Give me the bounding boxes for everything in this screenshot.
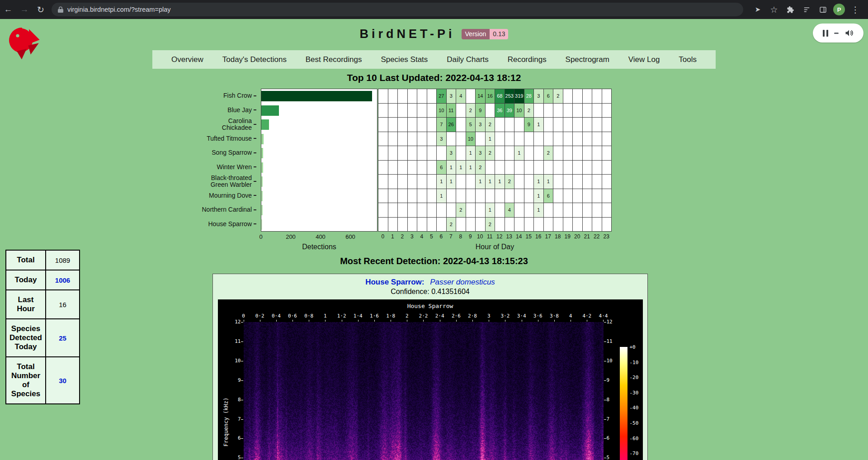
heatmap-cell (553, 175, 563, 189)
heatmap-cell (456, 189, 466, 204)
address-bar[interactable]: virginia.birdnetpi.com/?stream=play (52, 3, 743, 16)
stat-value[interactable]: 1006 (46, 270, 80, 290)
heatmap-cell (505, 132, 515, 147)
heatmap-cell (408, 146, 418, 161)
stat-label: Last Hour (6, 290, 46, 319)
heatmap-cell (456, 104, 466, 118)
heatmap-cell: 1 (544, 175, 554, 189)
hour-axis-tick: 2 (397, 233, 407, 240)
heatmap-cell (388, 175, 398, 189)
nav-item-view-log[interactable]: View Log (628, 55, 660, 64)
heatmap-cell (573, 104, 583, 118)
heatmap-cell (427, 118, 437, 132)
heatmap-cell (398, 189, 408, 204)
nav-item-tools[interactable]: Tools (679, 55, 697, 64)
heatmap-cell (378, 218, 388, 232)
nav-item-spectrogram[interactable]: Spectrogram (566, 55, 609, 64)
heatmap-cell (534, 132, 544, 147)
send-icon[interactable]: ➤ (750, 1, 766, 18)
heatmap-cell: 3 (534, 89, 544, 104)
heatmap-cell (398, 146, 408, 161)
heatmap-cell (553, 132, 563, 147)
bookmark-star-icon[interactable]: ☆ (766, 1, 782, 18)
nav-item-today-s-detections[interactable]: Today's Detections (222, 55, 287, 64)
detections-bar (261, 191, 263, 201)
heatmap-cell (495, 218, 505, 232)
spectrogram-ytick-left: 10 (226, 358, 241, 364)
heatmap-cell (486, 189, 495, 204)
birdnet-pi-page: BirdNET-Pi Version 0.13 OverviewToday's … (0, 19, 868, 460)
stat-value[interactable]: 25 (46, 319, 80, 357)
heatmap-cell (495, 118, 505, 132)
hour-axis-tick: 11 (485, 233, 495, 240)
heatmap-cell: 1 (476, 175, 486, 189)
stats-table-body: Total1089Today1006Last Hour16Species Det… (6, 250, 80, 404)
extensions-puzzle-icon[interactable] (782, 1, 798, 18)
heatmap-cell (408, 161, 418, 175)
heatmap-cell (553, 104, 563, 118)
forward-button[interactable]: → (16, 1, 33, 18)
reading-list-icon[interactable] (798, 1, 815, 18)
heatmap-cell (378, 175, 388, 189)
spectrogram-xtick: 2·2 (419, 313, 428, 319)
reload-button[interactable]: ↻ (33, 1, 49, 18)
volume-button[interactable] (844, 28, 854, 38)
heatmap-cell (456, 132, 466, 147)
heatmap-cell (427, 161, 437, 175)
heatmap-cell (408, 132, 418, 147)
stat-label: Today (6, 270, 46, 290)
colorbar-tick: -60 (630, 436, 639, 441)
hour-axis-tick: 14 (514, 233, 524, 240)
nav-item-recordings[interactable]: Recordings (508, 55, 547, 64)
heatmap-cell: 5 (466, 118, 476, 132)
heatmap-cell: 28 (524, 89, 534, 104)
heatmap-cell: 16 (486, 89, 495, 104)
nav-item-daily-charts[interactable]: Daily Charts (447, 55, 489, 64)
detection-species-link[interactable]: House Sparrow: (365, 278, 424, 286)
nav-item-best-recordings[interactable]: Best Recordings (306, 55, 362, 64)
heatmap-cell (602, 203, 612, 218)
species-label: Fish Crow (198, 89, 256, 103)
heatmap-cell (408, 218, 418, 232)
detections-axis-tick: 200 (286, 233, 296, 240)
heatmap-cell (553, 161, 563, 175)
heatmap-cell (505, 161, 515, 175)
heatmap-cell: 1 (534, 118, 544, 132)
heatmap-cell (553, 203, 563, 218)
hour-axis-tick: 8 (456, 233, 466, 240)
detection-confidence: Confidence: 0.41351604 (213, 288, 647, 296)
heatmap-cell: 1 (514, 146, 524, 161)
back-button[interactable]: ← (0, 1, 16, 18)
colorbar-tick: -50 (630, 420, 639, 426)
detections-bar (261, 119, 269, 130)
spectrogram-xtick: 0 (242, 313, 245, 319)
hour-axis-tick: 15 (524, 233, 534, 240)
heatmap-cell (447, 189, 457, 204)
heatmap-cell (563, 118, 573, 132)
heatmap-cell (476, 189, 486, 204)
hour-axis-tick: 19 (563, 233, 573, 240)
heatmap-cell (398, 89, 408, 104)
colorbar-tick: -10 (630, 360, 639, 365)
detection-card: House Sparrow: Passer domesticus Confide… (212, 274, 648, 460)
detection-scientific-name[interactable]: Passer domesticus (430, 278, 495, 286)
heatmap-cell (456, 118, 466, 132)
heatmap-cell: 1 (437, 189, 447, 204)
profile-avatar[interactable]: P (831, 1, 847, 18)
heatmap-cell (495, 161, 505, 175)
heatmap-cell (602, 189, 612, 204)
stat-value[interactable]: 30 (46, 357, 80, 404)
hour-axis-tick: 22 (592, 233, 602, 240)
spectrogram-xtick: 4 (569, 313, 572, 319)
menu-dots-icon[interactable]: ⋮ (847, 1, 863, 18)
heatmap-cell (437, 146, 447, 161)
colorbar (620, 347, 627, 460)
spectrogram-xtick: 1 (324, 313, 327, 319)
side-panel-icon[interactable] (815, 1, 831, 18)
spectrogram-xtick: 0·8 (304, 313, 313, 319)
pause-button[interactable] (823, 30, 828, 37)
heatmap-cell: 3 (447, 89, 457, 104)
nav-item-overview[interactable]: Overview (171, 55, 203, 64)
nav-item-species-stats[interactable]: Species Stats (381, 55, 428, 64)
heatmap-cell: 4 (505, 203, 515, 218)
